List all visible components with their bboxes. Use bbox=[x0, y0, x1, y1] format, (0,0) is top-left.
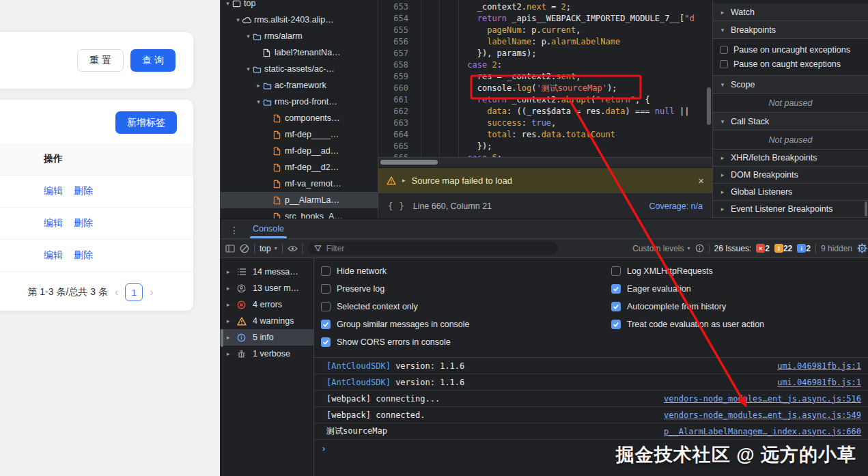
chevron-down-icon[interactable]: ▾ bbox=[244, 66, 253, 72]
delete-link[interactable]: 删除 bbox=[74, 185, 93, 197]
checkbox-unchecked[interactable] bbox=[611, 266, 621, 276]
code-line[interactable]: 662 data: ((_res$data = res.data) === nu… bbox=[378, 106, 712, 117]
issue-badge-error[interactable]: ×2 bbox=[756, 244, 770, 253]
pagination-page-1[interactable]: 1 bbox=[125, 283, 143, 301]
file-tree-item[interactable]: mf-dep____… bbox=[221, 126, 378, 143]
log-levels-dropdown[interactable]: Custom levels ▾ bbox=[632, 244, 690, 253]
sidebar-section-scope[interactable]: ▾Scope bbox=[713, 76, 868, 94]
clear-console-icon[interactable] bbox=[240, 244, 249, 253]
sidebar-section-xhr-fetch-breakpoints[interactable]: ▸XHR/fetch Breakpoints bbox=[713, 150, 868, 167]
add-label-button[interactable]: 新增标签 bbox=[115, 111, 177, 134]
delete-link[interactable]: 删除 bbox=[74, 217, 93, 229]
pause-option-row[interactable]: Pause on uncaught exceptions bbox=[713, 42, 868, 57]
line-number[interactable]: 662 bbox=[378, 106, 418, 117]
query-button[interactable]: 查 询 bbox=[130, 49, 176, 72]
line-number[interactable]: 665 bbox=[378, 141, 418, 152]
message-source-link[interactable]: p__AlarmLabelManagem…_index.async.js:660 bbox=[652, 427, 861, 436]
console-filter-error[interactable]: ▸4 errors bbox=[220, 296, 313, 313]
live-expression-eye-icon[interactable] bbox=[288, 245, 298, 252]
pagination-next-button[interactable]: › bbox=[150, 286, 153, 298]
info-circle-icon[interactable] bbox=[695, 244, 704, 253]
chevron-down-icon[interactable]: ▾ bbox=[223, 0, 232, 7]
scrollbar-thumb[interactable] bbox=[221, 329, 223, 347]
file-tree-item[interactable]: mf-va_remot… bbox=[221, 176, 378, 192]
file-tree-item[interactable]: ▸ac-framework bbox=[221, 77, 378, 94]
chevron-down-icon[interactable]: ▾ bbox=[254, 98, 263, 105]
code-line[interactable]: 657 }), params); bbox=[378, 48, 712, 59]
console-setting-row[interactable]: Group similar messages in console bbox=[314, 316, 604, 333]
line-number[interactable]: 660 bbox=[378, 83, 418, 94]
console-setting-row[interactable]: Autocomplete from history bbox=[604, 298, 764, 316]
code-line[interactable]: 664 total: res.data.totalCount bbox=[378, 129, 712, 141]
edit-link[interactable]: 编辑 bbox=[44, 249, 63, 262]
reset-button[interactable]: 重 置 bbox=[77, 49, 124, 72]
console-setting-row[interactable]: Show CORS errors in console bbox=[314, 333, 604, 351]
code-line[interactable]: 665 }); bbox=[378, 141, 712, 152]
chevron-down-icon[interactable]: ▾ bbox=[234, 16, 242, 23]
filter-input[interactable]: Filter bbox=[308, 242, 558, 255]
line-number[interactable]: 659 bbox=[378, 71, 418, 83]
code-editor[interactable]: 653 _context2.next = 2;654 return _apis_… bbox=[378, 0, 713, 219]
tab-console[interactable]: Console bbox=[244, 224, 292, 238]
file-tree-item[interactable]: ▾rms/alarm bbox=[221, 28, 378, 44]
context-selector[interactable]: top ▾ bbox=[260, 244, 277, 253]
sidebar-section-dom-breakpoints[interactable]: ▸DOM Breakpoints bbox=[713, 167, 868, 184]
console-setting-row[interactable]: Hide network bbox=[314, 262, 604, 280]
editor-horizontal-scrollbar[interactable] bbox=[378, 157, 712, 167]
checkbox-checked[interactable] bbox=[321, 337, 331, 347]
console-filter-bug[interactable]: ▸1 verbose bbox=[220, 346, 313, 362]
file-tree-item[interactable]: src_hooks_A… bbox=[221, 208, 378, 219]
file-tree-item[interactable]: ▾rms.allsit-2403.alip… bbox=[221, 12, 378, 28]
console-setting-row[interactable]: Log XMLHttpRequests bbox=[604, 262, 764, 280]
scrollbar-thumb[interactable] bbox=[707, 87, 711, 125]
code-line[interactable]: 658 case 2: bbox=[378, 59, 712, 71]
editor-vertical-scrollbar[interactable] bbox=[705, 0, 712, 157]
message-source-link[interactable]: umi.046981fb.js:1 bbox=[765, 378, 861, 387]
file-tree-item[interactable]: components… bbox=[221, 110, 378, 126]
issues-count-label[interactable]: 26 Issues: bbox=[714, 244, 752, 253]
hidden-messages-label[interactable]: 9 hidden bbox=[821, 244, 852, 253]
code-line[interactable]: 659 res = _context2.sent; bbox=[378, 71, 712, 83]
sidebar-section-watch[interactable]: ▸Watch bbox=[713, 3, 868, 21]
line-number[interactable]: 661 bbox=[378, 94, 418, 106]
file-tree-item[interactable]: mf-dep__d2… bbox=[221, 159, 378, 176]
code-line[interactable]: 660 console.log('测试sourceMap'); bbox=[378, 83, 712, 94]
delete-link[interactable]: 删除 bbox=[74, 249, 93, 262]
pagination-prev-button[interactable]: ‹ bbox=[115, 286, 118, 298]
checkbox-checked[interactable] bbox=[321, 320, 331, 329]
issue-badge-warning[interactable]: !22 bbox=[774, 244, 792, 253]
code-line[interactable]: 653 _context2.next = 2; bbox=[378, 1, 712, 13]
more-tools-icon[interactable]: ⋮ bbox=[229, 225, 239, 236]
chevron-right-icon[interactable]: ▸ bbox=[254, 82, 263, 89]
coverage-link[interactable]: Coverage: n/a bbox=[649, 201, 703, 211]
pretty-print-icon[interactable]: { } bbox=[388, 201, 405, 211]
issue-badge-info[interactable]: i2 bbox=[797, 244, 811, 253]
line-number[interactable]: 663 bbox=[378, 117, 418, 129]
checkbox-unchecked[interactable] bbox=[321, 266, 331, 276]
line-number[interactable]: 655 bbox=[378, 25, 418, 36]
code-line[interactable]: 661 return _context2.abrupt("return", { bbox=[378, 94, 712, 106]
file-tree-item[interactable]: ▾static-assets/ac-… bbox=[221, 61, 378, 77]
sidebar-section-event-listener-breakpoints[interactable]: ▸Event Listener Breakpoints bbox=[713, 201, 868, 218]
sidebar-section-global-listeners[interactable]: ▸Global Listeners bbox=[713, 184, 868, 201]
line-number[interactable]: 654 bbox=[378, 13, 418, 25]
file-tree-item[interactable]: ▾top bbox=[221, 0, 378, 12]
console-setting-row[interactable]: Preserve log bbox=[314, 280, 604, 298]
message-source-link[interactable]: vendors-node_modules…ent_js.async.js:516 bbox=[652, 394, 861, 404]
checkbox-checked[interactable] bbox=[611, 284, 621, 294]
scrollbar-thumb[interactable] bbox=[380, 160, 438, 165]
edit-link[interactable]: 编辑 bbox=[44, 185, 63, 197]
file-tree-item[interactable]: ▾rms-prod-front… bbox=[221, 94, 378, 110]
line-number[interactable]: 656 bbox=[378, 36, 418, 48]
line-number[interactable]: 657 bbox=[378, 48, 418, 59]
console-sidebar-toggle-icon[interactable] bbox=[225, 244, 235, 253]
checkbox-checked[interactable] bbox=[611, 320, 621, 329]
checkbox-unchecked[interactable] bbox=[321, 284, 331, 294]
pause-option-row[interactable]: Pause on caught exceptions bbox=[713, 57, 868, 71]
console-filter-user[interactable]: ▸13 user m… bbox=[220, 280, 313, 296]
checkbox-unchecked[interactable] bbox=[720, 60, 728, 68]
code-line[interactable]: 663 success: true, bbox=[378, 117, 712, 129]
code-line[interactable]: 655 pageNum: p.current, bbox=[378, 25, 712, 36]
file-tree-item[interactable]: label?tenantNa… bbox=[221, 44, 378, 61]
console-settings-gear-icon[interactable] bbox=[857, 243, 867, 253]
